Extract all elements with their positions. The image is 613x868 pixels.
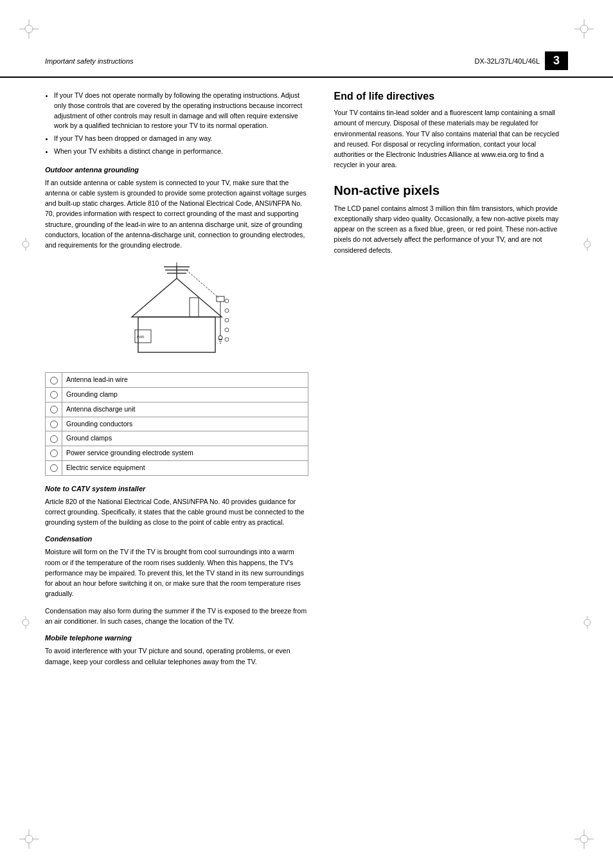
circle-bullet-icon <box>50 449 58 457</box>
svg-rect-34 <box>190 298 199 317</box>
bullet-item-1: If your TV does not operate normally by … <box>54 91 308 131</box>
condensation-text1: Moisture will form on the TV if the TV i… <box>45 547 308 599</box>
corner-mark-tr <box>574 19 594 39</box>
parts-icon-cell <box>46 460 62 475</box>
catv-heading: Note to CATV system installer <box>45 485 308 493</box>
parts-table-row: Antenna lead-in wire <box>46 373 308 388</box>
corner-mark-br <box>574 829 594 849</box>
side-mark-left-top <box>19 238 32 252</box>
parts-table-row: Power service grounding electrode system <box>46 446 308 461</box>
pixels-text: The LCD panel contains almost 3 million … <box>334 203 568 255</box>
bullet-list: If your TV does not operate normally by … <box>45 91 308 157</box>
outdoor-text: If an outside antenna or cable system is… <box>45 177 308 251</box>
svg-point-26 <box>584 241 591 248</box>
parts-label-cell: Grounding clamp <box>62 388 308 402</box>
parts-label-cell: Power service grounding electrode system <box>62 446 308 461</box>
parts-label-cell: Antenna lead-in wire <box>62 373 308 388</box>
circle-bullet-icon <box>50 435 58 443</box>
right-column: End of life directives Your TV contains … <box>328 91 568 673</box>
svg-point-47 <box>225 299 229 303</box>
svg-point-5 <box>580 25 588 33</box>
circle-bullet-icon <box>50 464 58 472</box>
header-model: DX-32L/37L/40L/46L <box>474 57 540 65</box>
svg-point-20 <box>22 241 29 248</box>
side-mark-left-bottom <box>19 616 32 630</box>
svg-point-49 <box>225 318 229 322</box>
bullet-item-2: If your TV has been dropped or damaged i… <box>54 134 308 144</box>
condensation-heading: Condensation <box>45 535 308 543</box>
svg-text:PWR: PWR <box>137 335 145 339</box>
condensation-text2: Condensation may also form during the su… <box>45 606 308 627</box>
pixels-title: Non-active pixels <box>334 183 568 198</box>
circle-bullet-icon <box>50 391 58 399</box>
parts-icon-cell <box>46 402 62 417</box>
corner-mark-tl <box>19 19 39 39</box>
side-mark-right-bottom <box>581 616 594 630</box>
circle-bullet-icon <box>50 406 58 413</box>
svg-marker-32 <box>132 278 222 317</box>
page: Important safety instructions DX-32L/37L… <box>0 0 613 868</box>
left-column: If your TV does not operate normally by … <box>45 91 328 673</box>
parts-icon-cell <box>46 388 62 402</box>
parts-icon-cell <box>46 431 62 446</box>
header-right: DX-32L/37L/40L/46L 3 <box>474 51 568 70</box>
parts-label-cell: Grounding conductors <box>62 417 308 431</box>
svg-point-0 <box>25 25 33 33</box>
mobile-text: To avoid interference with your TV pictu… <box>45 646 308 667</box>
parts-table: Antenna lead-in wireGrounding clampAnten… <box>45 372 308 475</box>
antenna-diagram: PWR <box>45 259 308 363</box>
parts-table-row: Grounding clamp <box>46 388 308 402</box>
outdoor-heading: Outdoor antenna grounding <box>45 166 308 174</box>
parts-table-row: Antenna discharge unit <box>46 402 308 417</box>
eol-title: End of life directives <box>334 91 568 102</box>
parts-table-row: Ground clamps <box>46 431 308 446</box>
parts-table-row: Grounding conductors <box>46 417 308 431</box>
corner-mark-bl <box>19 829 39 849</box>
page-header: Important safety instructions DX-32L/37L… <box>0 0 613 78</box>
parts-label-cell: Electric service equipment <box>62 460 308 475</box>
parts-label-cell: Antenna discharge unit <box>62 402 308 417</box>
parts-label-cell: Ground clamps <box>62 431 308 446</box>
content-area: If your TV does not operate normally by … <box>0 91 613 673</box>
eol-text: Your TV contains tin-lead solder and a f… <box>334 107 568 170</box>
header-left-text: Important safety instructions <box>45 57 134 65</box>
svg-point-48 <box>225 309 229 312</box>
mobile-heading: Mobile telephone warning <box>45 634 308 642</box>
svg-line-40 <box>186 270 218 298</box>
svg-point-10 <box>25 835 33 843</box>
catv-text: Article 820 of the National Electrical C… <box>45 496 308 528</box>
svg-point-15 <box>580 835 588 843</box>
page-number: 3 <box>545 51 568 70</box>
svg-point-51 <box>225 338 229 341</box>
parts-table-row: Electric service equipment <box>46 460 308 475</box>
circle-bullet-icon <box>50 377 58 384</box>
bullet-item-3: When your TV exhibits a distinct change … <box>54 147 308 157</box>
circle-bullet-icon <box>50 420 58 428</box>
svg-point-23 <box>22 619 29 626</box>
parts-icon-cell <box>46 446 62 461</box>
svg-point-29 <box>584 619 591 626</box>
svg-rect-33 <box>138 317 215 352</box>
svg-point-50 <box>225 328 229 332</box>
svg-rect-41 <box>217 296 224 302</box>
parts-icon-cell <box>46 373 62 388</box>
parts-icon-cell <box>46 417 62 431</box>
side-mark-right-top <box>581 238 594 252</box>
